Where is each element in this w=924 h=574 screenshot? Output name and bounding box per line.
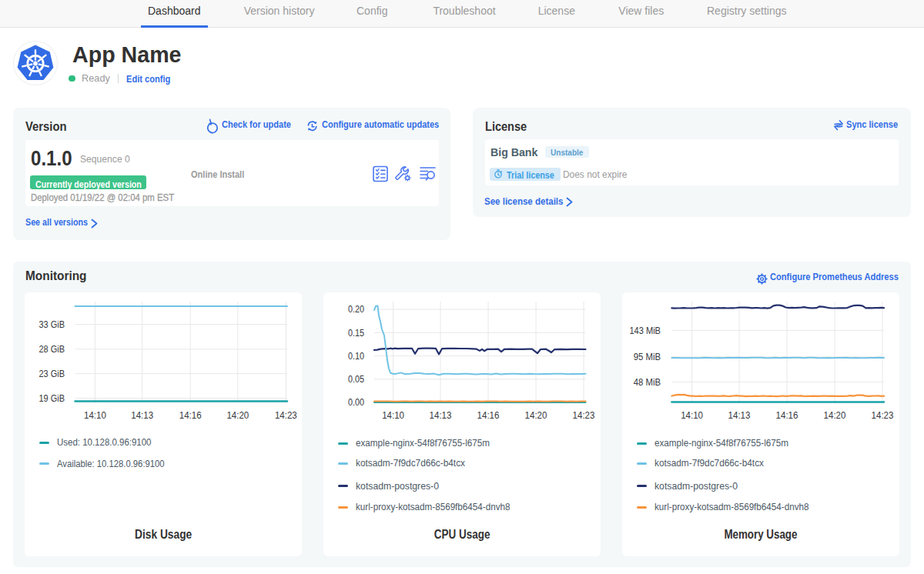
svg-text:28 GiB: 28 GiB (39, 344, 65, 355)
svg-text:0.15: 0.15 (348, 328, 364, 339)
svg-text:14:16: 14:16 (477, 410, 500, 421)
svg-text:0.20: 0.20 (348, 304, 364, 315)
svg-text:14:10: 14:10 (681, 410, 703, 421)
svg-text:14:16: 14:16 (179, 410, 202, 421)
svg-text:143 MiB: 143 MiB (629, 325, 661, 336)
svg-text:48 MiB: 48 MiB (634, 377, 661, 388)
svg-text:14:23: 14:23 (573, 410, 595, 421)
svg-text:14:13: 14:13 (430, 410, 452, 421)
svg-text:33 GiB: 33 GiB (39, 319, 65, 330)
svg-text:0.00: 0.00 (348, 397, 364, 408)
svg-text:14:13: 14:13 (728, 410, 751, 421)
svg-text:14:20: 14:20 (226, 410, 249, 421)
svg-text:14:20: 14:20 (525, 410, 547, 421)
svg-text:14:16: 14:16 (776, 410, 798, 421)
svg-text:14:10: 14:10 (382, 410, 404, 421)
svg-text:19 GiB: 19 GiB (39, 393, 65, 404)
svg-text:23 GiB: 23 GiB (39, 369, 65, 379)
svg-text:14:20: 14:20 (824, 410, 846, 421)
svg-text:0.10: 0.10 (348, 351, 364, 362)
svg-text:0.05: 0.05 (348, 374, 364, 385)
svg-text:14:13: 14:13 (131, 410, 153, 421)
svg-text:95 MiB: 95 MiB (634, 352, 661, 362)
svg-text:14:23: 14:23 (275, 410, 297, 421)
svg-text:14:23: 14:23 (872, 410, 894, 421)
svg-text:14:10: 14:10 (84, 410, 106, 421)
